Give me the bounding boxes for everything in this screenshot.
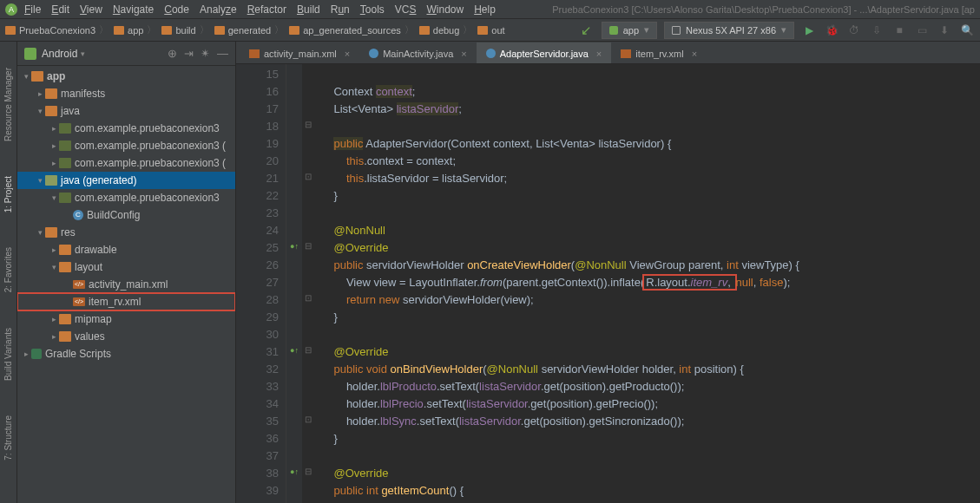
tab-item-rv[interactable]: item_rv.xml× bbox=[611, 42, 707, 63]
search-icon[interactable]: 🔍 bbox=[959, 23, 975, 38]
code-editor[interactable]: 1516171819202122232425262728293031323334… bbox=[236, 64, 980, 503]
tree-res[interactable]: ▾res bbox=[17, 224, 235, 241]
breadcrumb[interactable]: app〉 bbox=[114, 23, 160, 36]
debug-button[interactable]: 🐞 bbox=[824, 23, 839, 38]
menu-navigate[interactable]: Navigate bbox=[113, 3, 154, 16]
run-button[interactable]: ▶ bbox=[801, 23, 817, 38]
menu-vcs[interactable]: VCS bbox=[395, 3, 417, 16]
folder-icon bbox=[59, 262, 71, 272]
breadcrumb-root[interactable]: PruebaConexion3〉 bbox=[5, 23, 112, 36]
tree-package[interactable]: ▸com.example.pruebaconexion3 ( bbox=[17, 154, 235, 172]
tree-java[interactable]: ▾java bbox=[17, 102, 235, 120]
collapse-icon[interactable]: ⇥ bbox=[184, 47, 194, 60]
tree-activity-main[interactable]: </>activity_main.xml bbox=[17, 276, 235, 293]
tree-drawable[interactable]: ▸drawable bbox=[17, 241, 235, 258]
tab-main-activity[interactable]: MainActivity.java× bbox=[359, 42, 477, 63]
menu-build[interactable]: Build bbox=[297, 3, 320, 16]
editor-tabs: activity_main.xml× MainActivity.java× Ad… bbox=[236, 42, 980, 64]
profile-button[interactable]: ⏱ bbox=[846, 23, 862, 38]
menu-tools[interactable]: Tools bbox=[360, 3, 385, 16]
stop-button[interactable]: ■ bbox=[891, 23, 907, 38]
tool-resource-manager[interactable]: Resource Manager bbox=[3, 68, 13, 141]
tree-package[interactable]: ▾com.example.pruebaconexion3 bbox=[17, 189, 235, 206]
sdk-button[interactable]: ⬇ bbox=[937, 23, 952, 38]
android-icon bbox=[609, 26, 618, 35]
folder-icon bbox=[214, 26, 225, 35]
project-sidebar: Android ▾ ⊕ ⇥ ✴ — ▾app ▸manifests ▾java … bbox=[17, 42, 236, 503]
tree-gradle[interactable]: ▸Gradle Scripts bbox=[17, 345, 235, 363]
close-icon[interactable]: × bbox=[345, 49, 350, 59]
menu-refactor[interactable]: Refactor bbox=[247, 3, 286, 16]
class-icon bbox=[369, 49, 378, 58]
tree-package[interactable]: ▸com.example.pruebaconexion3 bbox=[17, 120, 235, 137]
xml-icon bbox=[621, 49, 631, 58]
tab-adapter-servidor[interactable]: AdapterServidor.java× bbox=[477, 42, 612, 63]
sidebar-header: Android ▾ ⊕ ⇥ ✴ — bbox=[17, 42, 235, 66]
folder-icon bbox=[45, 106, 57, 116]
xml-icon bbox=[249, 49, 260, 58]
gutter-marks: ●↑ ●↑ ●↑ bbox=[286, 64, 302, 503]
menu-bar: A FFileile Edit View Navigate Code Analy… bbox=[0, 0, 980, 19]
breadcrumb[interactable]: build〉 bbox=[161, 23, 212, 36]
sidebar-view-selector[interactable]: Android bbox=[42, 48, 77, 60]
close-icon[interactable]: × bbox=[692, 49, 697, 59]
package-icon bbox=[59, 193, 71, 203]
folder-icon bbox=[59, 245, 71, 255]
breadcrumb[interactable]: generated〉 bbox=[214, 23, 288, 36]
tree-buildconfig[interactable]: CBuildConfig bbox=[17, 206, 235, 224]
android-icon bbox=[24, 48, 36, 60]
folder-icon bbox=[45, 227, 57, 238]
device-selector[interactable]: Nexus 5X API 27 x86▾ bbox=[664, 22, 794, 39]
window-title: PruebaConexion3 [C:\Users\Alonso Garita\… bbox=[552, 4, 975, 15]
folder-icon bbox=[477, 26, 488, 35]
editor-area: activity_main.xml× MainActivity.java× Ad… bbox=[236, 42, 980, 503]
project-tree: ▾app ▸manifests ▾java ▸com.example.prueb… bbox=[17, 66, 235, 503]
tree-package[interactable]: ▸com.example.pruebaconexion3 ( bbox=[17, 137, 235, 154]
menu-code[interactable]: Code bbox=[164, 3, 189, 16]
menu-help[interactable]: Help bbox=[474, 3, 496, 16]
close-icon[interactable]: × bbox=[461, 49, 466, 59]
folder-icon bbox=[5, 26, 16, 35]
xml-icon: </> bbox=[73, 280, 85, 289]
menu-run[interactable]: Run bbox=[331, 3, 350, 16]
tab-activity-main[interactable]: activity_main.xml× bbox=[240, 42, 359, 63]
source-code[interactable]: Context context; List<Venta> listaServid… bbox=[314, 64, 980, 503]
folder-icon bbox=[419, 26, 430, 35]
menu-window[interactable]: Window bbox=[426, 3, 464, 16]
avd-button[interactable]: ▭ bbox=[914, 23, 930, 38]
tool-favorites[interactable]: 2: Favorites bbox=[3, 247, 13, 292]
locate-icon[interactable]: ⊕ bbox=[168, 47, 177, 60]
folder-icon bbox=[289, 26, 299, 35]
menu-analyze[interactable]: Analyze bbox=[200, 3, 237, 16]
folder-icon bbox=[114, 26, 124, 35]
tool-project[interactable]: 1: Project bbox=[3, 176, 13, 212]
chevron-down-icon[interactable]: ▾ bbox=[81, 49, 85, 58]
tree-item-rv[interactable]: </>item_rv.xml bbox=[17, 293, 235, 310]
menu-view[interactable]: View bbox=[80, 3, 102, 16]
sync-icon[interactable]: ↙ bbox=[579, 23, 595, 38]
tool-build-variants[interactable]: Build Variants bbox=[3, 328, 13, 381]
breadcrumb[interactable]: out bbox=[477, 25, 504, 36]
attach-button[interactable]: ⇩ bbox=[869, 23, 885, 38]
fold-column[interactable]: ⊟ ⊡ ⊟ ⊡ ⊟ ⊡ ⊟ bbox=[302, 64, 314, 503]
breadcrumb[interactable]: debug〉 bbox=[419, 23, 477, 36]
tool-structure[interactable]: 7: Structure bbox=[3, 415, 13, 461]
tree-mipmap[interactable]: ▸mipmap bbox=[17, 310, 235, 328]
class-icon: C bbox=[73, 210, 83, 220]
tree-java-generated[interactable]: ▾java (generated) bbox=[17, 172, 235, 189]
tree-app[interactable]: ▾app bbox=[17, 68, 235, 85]
tree-values[interactable]: ▸values bbox=[17, 328, 235, 345]
folder-icon bbox=[45, 88, 57, 99]
folder-icon bbox=[59, 314, 71, 324]
close-icon[interactable]: × bbox=[596, 49, 602, 59]
folder-icon bbox=[161, 26, 172, 35]
tree-layout[interactable]: ▾layout bbox=[17, 258, 235, 276]
class-icon bbox=[486, 49, 496, 58]
menu-file[interactable]: FFileile bbox=[24, 3, 41, 16]
tree-manifests[interactable]: ▸manifests bbox=[17, 85, 235, 102]
breadcrumb[interactable]: ap_generated_sources〉 bbox=[289, 23, 418, 36]
settings-icon[interactable]: ✴ bbox=[201, 47, 210, 60]
hide-icon[interactable]: — bbox=[217, 47, 228, 60]
run-config-selector[interactable]: app▾ bbox=[602, 22, 657, 39]
menu-edit[interactable]: Edit bbox=[51, 3, 69, 16]
